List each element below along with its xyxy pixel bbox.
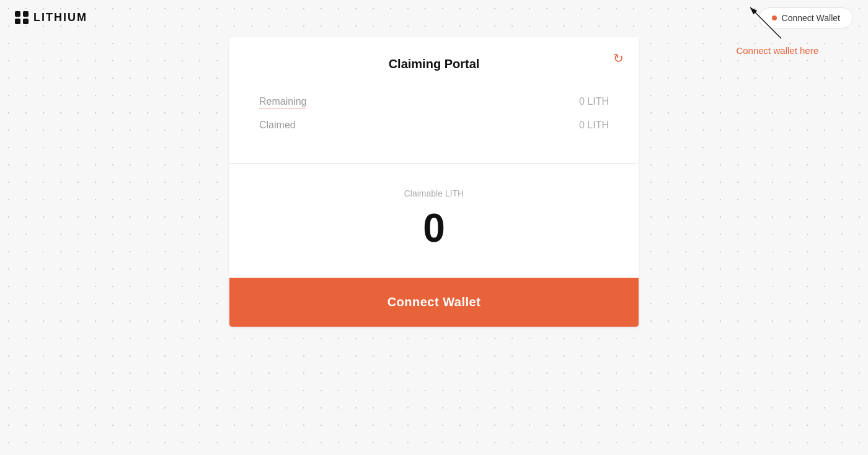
svg-line-1 [750, 7, 781, 38]
logo-icon [15, 11, 29, 25]
claimed-row: Claimed 0 LITH [259, 120, 609, 131]
header: LITHIUM Connect Wallet [0, 0, 868, 35]
connect-wallet-main-button[interactable]: Connect Wallet [229, 278, 639, 327]
claiming-portal-card: Claiming Portal ↻ Remaining 0 LITH Claim… [229, 37, 639, 327]
claimable-label: Claimable LITH [259, 188, 609, 198]
refresh-button[interactable]: ↻ [613, 52, 624, 64]
logo-dot-1 [15, 11, 20, 17]
logo-text: LITHIUM [33, 11, 87, 24]
remaining-row: Remaining 0 LITH [259, 96, 609, 107]
annotation-arrow-svg [744, 4, 794, 42]
claimed-value: 0 LITH [579, 120, 609, 131]
annotation-text: Connect wallet here [736, 45, 818, 56]
logo-dot-2 [23, 11, 29, 17]
logo-dot-3 [15, 19, 20, 24]
remaining-value: 0 LITH [579, 96, 609, 107]
card-bottom: Claimable LITH 0 [229, 164, 639, 278]
logo-dot-4 [23, 19, 29, 24]
card-top: Claiming Portal ↻ Remaining 0 LITH Claim… [229, 37, 639, 164]
card-title: Claiming Portal [259, 57, 609, 71]
claimable-value: 0 [259, 208, 609, 248]
remaining-label: Remaining [259, 96, 306, 107]
card-wrapper: Claiming Portal ↻ Remaining 0 LITH Claim… [229, 37, 639, 327]
claimed-label: Claimed [259, 120, 296, 131]
refresh-icon: ↻ [613, 51, 624, 65]
annotation: Connect wallet here [724, 40, 818, 56]
logo: LITHIUM [15, 11, 87, 25]
